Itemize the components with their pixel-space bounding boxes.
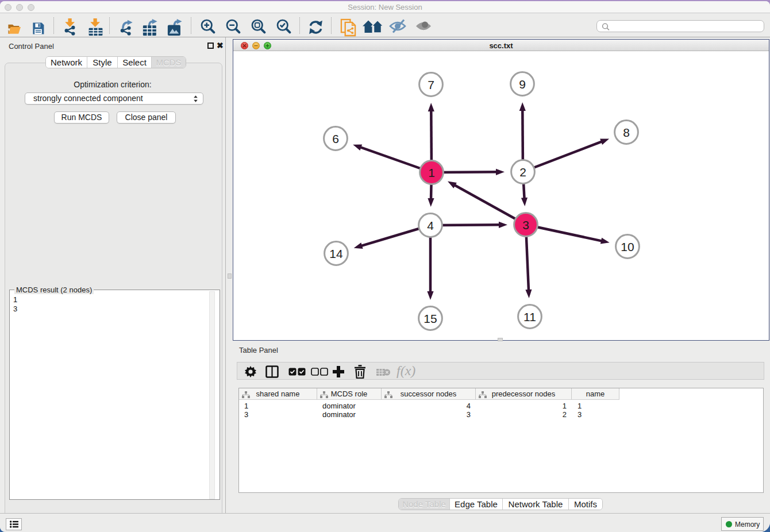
svg-text:3: 3 <box>522 218 529 232</box>
svg-text:14: 14 <box>329 247 343 260</box>
svg-text:1: 1 <box>428 166 435 179</box>
svg-text:4: 4 <box>427 219 434 232</box>
svg-text:2: 2 <box>519 165 526 179</box>
svg-text:10: 10 <box>621 240 634 253</box>
svg-text:9: 9 <box>519 78 526 91</box>
svg-text:6: 6 <box>332 132 339 145</box>
svg-text:7: 7 <box>428 78 434 91</box>
svg-text:15: 15 <box>424 312 437 325</box>
svg-text:8: 8 <box>623 126 630 139</box>
svg-text:11: 11 <box>523 310 536 323</box>
